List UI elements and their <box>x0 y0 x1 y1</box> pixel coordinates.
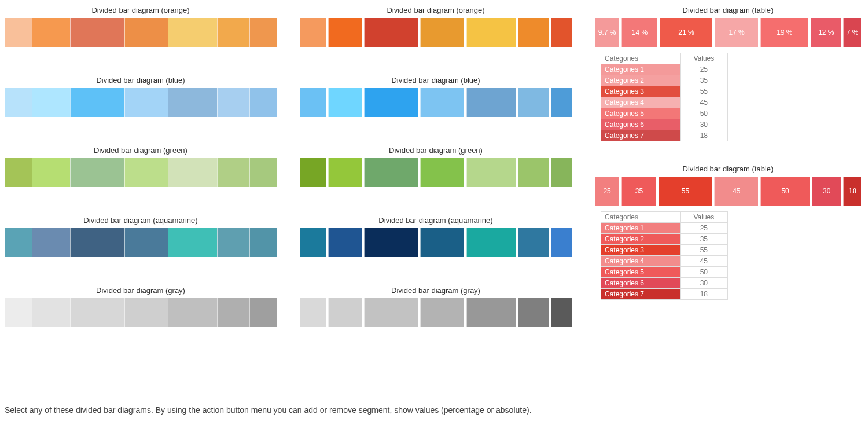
bar-segment[interactable]: 9.7 % <box>595 18 619 47</box>
bar-segment[interactable] <box>124 18 168 47</box>
bar-segment[interactable] <box>32 228 70 257</box>
bar-segment[interactable] <box>551 228 572 257</box>
bar-segment[interactable] <box>364 18 418 47</box>
divided-bar[interactable] <box>300 88 572 117</box>
bar-segment[interactable] <box>551 158 572 187</box>
bar-segment[interactable] <box>168 88 217 117</box>
divided-bar-b1[interactable]: Divided bar diagram (blue) <box>300 76 572 117</box>
bar-segment[interactable] <box>70 158 124 187</box>
bar-segment[interactable] <box>364 158 418 187</box>
divided-bar-c1[interactable]: Divided bar diagram (table)2535554550301… <box>595 164 861 206</box>
bar-segment[interactable] <box>518 158 549 187</box>
divided-bar-a1[interactable]: Divided bar diagram (blue) <box>5 76 277 117</box>
bar-segment[interactable] <box>5 18 32 47</box>
bar-segment[interactable] <box>466 18 516 47</box>
bar-segment[interactable] <box>217 88 249 117</box>
bar-segment[interactable] <box>551 88 572 117</box>
bar-segment[interactable] <box>328 298 362 327</box>
divided-bar-b3[interactable]: Divided bar diagram (aquamarine) <box>300 216 572 257</box>
divided-bar[interactable] <box>5 88 277 117</box>
bar-segment[interactable] <box>124 298 168 327</box>
bar-segment[interactable]: 35 <box>621 177 656 206</box>
bar-segment[interactable] <box>124 228 168 257</box>
bar-segment[interactable] <box>328 88 362 117</box>
bar-segment[interactable] <box>466 158 516 187</box>
bar-segment[interactable] <box>300 18 326 47</box>
bar-segment[interactable]: 18 <box>843 177 861 206</box>
bar-segment[interactable] <box>32 158 70 187</box>
bar-segment[interactable] <box>518 88 549 117</box>
bar-segment[interactable] <box>5 158 32 187</box>
bar-segment[interactable] <box>300 158 326 187</box>
divided-bar[interactable] <box>300 158 572 187</box>
divided-bar[interactable] <box>300 18 572 47</box>
bar-segment[interactable] <box>217 158 249 187</box>
bar-segment[interactable] <box>124 158 168 187</box>
divided-bar-b2[interactable]: Divided bar diagram (green) <box>300 146 572 187</box>
bar-segment[interactable] <box>518 228 549 257</box>
bar-segment[interactable] <box>551 18 572 47</box>
bar-segment[interactable] <box>32 298 70 327</box>
bar-segment[interactable]: 7 % <box>843 18 861 47</box>
bar-segment[interactable] <box>249 228 277 257</box>
divided-bar-a0[interactable]: Divided bar diagram (orange) <box>5 6 277 47</box>
bar-segment[interactable] <box>420 158 464 187</box>
divided-bar-b0[interactable]: Divided bar diagram (orange) <box>300 6 572 47</box>
bar-segment[interactable] <box>70 18 124 47</box>
divided-bar[interactable] <box>5 298 277 327</box>
bar-segment[interactable] <box>168 298 217 327</box>
bar-segment[interactable]: 45 <box>714 177 758 206</box>
divided-bar-a2[interactable]: Divided bar diagram (green) <box>5 146 277 187</box>
bar-segment[interactable]: 50 <box>760 177 810 206</box>
bar-segment[interactable] <box>420 18 464 47</box>
bar-segment[interactable] <box>70 228 124 257</box>
bar-segment[interactable] <box>70 298 124 327</box>
bar-segment[interactable] <box>124 88 168 117</box>
divided-bar-b4[interactable]: Divided bar diagram (gray) <box>300 286 572 327</box>
divided-bar-c0[interactable]: Divided bar diagram (table)9.7 %14 %21 %… <box>595 6 861 47</box>
bar-segment[interactable] <box>300 298 326 327</box>
bar-segment[interactable]: 55 <box>659 177 712 206</box>
bar-segment[interactable] <box>364 298 418 327</box>
bar-segment[interactable] <box>249 18 277 47</box>
bar-segment[interactable] <box>420 298 464 327</box>
bar-segment[interactable] <box>249 298 277 327</box>
bar-segment[interactable] <box>5 228 32 257</box>
divided-bar[interactable] <box>5 228 277 257</box>
divided-bar[interactable] <box>5 18 277 47</box>
bar-segment[interactable] <box>168 228 217 257</box>
divided-bar-a3[interactable]: Divided bar diagram (aquamarine) <box>5 216 277 257</box>
bar-segment[interactable] <box>420 228 464 257</box>
bar-segment[interactable] <box>70 88 124 117</box>
bar-segment[interactable] <box>300 88 326 117</box>
bar-segment[interactable]: 14 % <box>621 18 657 47</box>
bar-segment[interactable] <box>32 18 70 47</box>
bar-segment[interactable] <box>328 228 362 257</box>
bar-segment[interactable] <box>518 298 549 327</box>
bar-segment[interactable] <box>32 88 70 117</box>
bar-segment[interactable]: 30 <box>812 177 841 206</box>
bar-segment[interactable] <box>217 228 249 257</box>
bar-segment[interactable] <box>249 158 277 187</box>
divided-bar-a4[interactable]: Divided bar diagram (gray) <box>5 286 277 327</box>
bar-segment[interactable]: 19 % <box>760 18 808 47</box>
bar-segment[interactable] <box>364 88 418 117</box>
bar-segment[interactable] <box>551 298 572 327</box>
bar-segment[interactable] <box>5 298 32 327</box>
bar-segment[interactable] <box>466 88 516 117</box>
bar-segment[interactable] <box>249 88 277 117</box>
divided-bar[interactable] <box>300 228 572 257</box>
bar-segment[interactable] <box>466 228 516 257</box>
bar-segment[interactable] <box>466 298 516 327</box>
bar-segment[interactable] <box>364 228 418 257</box>
bar-segment[interactable] <box>217 18 249 47</box>
bar-segment[interactable]: 25 <box>595 177 619 206</box>
bar-segment[interactable] <box>168 158 217 187</box>
bar-segment[interactable]: 17 % <box>715 18 757 47</box>
bar-segment[interactable] <box>168 18 217 47</box>
bar-segment[interactable] <box>420 88 464 117</box>
bar-segment[interactable] <box>328 18 362 47</box>
bar-segment[interactable] <box>518 18 549 47</box>
divided-bar[interactable]: 25355545503018 <box>595 177 861 206</box>
divided-bar[interactable]: 9.7 %14 %21 %17 %19 %12 %7 % <box>595 18 861 47</box>
